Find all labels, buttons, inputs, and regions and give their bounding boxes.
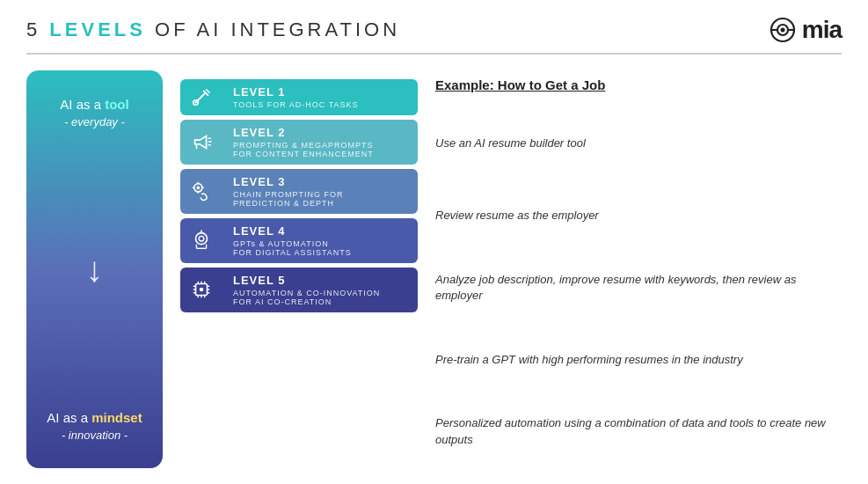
levels-panel: LEVEL 1 TOOLS FOR AD-HOC TASKS LEVEL 2 P… [180,70,418,468]
level-2-icon-box [180,120,222,165]
title-highlight: LEVELS [49,18,146,40]
ai-mindset-highlight: mindset [91,410,142,425]
level-3-row: LEVEL 3 CHAIN PROMPTING FORPREDICTION & … [180,169,418,214]
example-item-4-text: Pre-train a GPT with high performing res… [435,352,743,368]
chain-prompting-icon [190,180,213,202]
example-heading: Example: How to Get a Job [435,70,842,92]
level-2-subtitle: PROMPTING & MEGAPROMPTSFOR CONTENT ENHAN… [233,141,409,158]
example-item-2-text: Review resume as the employer [435,208,599,224]
level-1-title: LEVEL 1 [233,85,409,99]
level-1-row: LEVEL 1 TOOLS FOR AD-HOC TASKS [180,79,418,115]
level-2-row: LEVEL 2 PROMPTING & MEGAPROMPTSFOR CONTE… [180,120,418,165]
level-2-title: LEVEL 2 [233,126,409,139]
arrow-down-icon: ↓ [86,252,104,287]
main-content: AI as a tool - everyday - ↓ AI as a mind… [0,55,868,477]
example-item-1: Use an AI resume builder tool [435,108,842,180]
logo: mia [769,16,842,44]
svg-point-22 [199,236,204,241]
level-3-title: LEVEL 3 [233,175,409,188]
level-5-icon-box [180,268,222,312]
logo-text: mia [802,16,842,44]
level-4-title: LEVEL 4 [233,224,409,238]
level-5-title: LEVEL 5 [233,274,409,287]
page-title: 5 LEVELS OF AI INTEGRATION [26,18,400,41]
level-3-subtitle: CHAIN PROMPTING FORPREDICTION & DEPTH [233,190,409,208]
example-item-5-text: Personalized automation using a combinat… [435,415,842,447]
ai-mindset-label: AI as a mindset [47,410,142,425]
example-items: Use an AI resume builder tool Review res… [435,108,842,468]
level-4-content: LEVEL 4 GPTs & AUTOMATIONFOR DIGITAL ASS… [222,218,418,263]
svg-line-8 [207,90,210,93]
ai-tool-highlight: tool [105,97,129,112]
gpt-automation-icon [190,229,213,252]
level-4-subtitle: GPTs & AUTOMATIONFOR DIGITAL ASSISTANTS [233,239,409,257]
example-item-4: Pre-train a GPT with high performing res… [435,324,842,396]
logo-icon [769,16,797,44]
level-5-row: LEVEL 5 AUTOMATION & CO-INNOVATIONFOR AI… [180,268,418,312]
svg-line-9 [201,92,206,98]
level-1-icon-box [180,79,222,115]
left-bottom: AI as a mindset - innovation - [47,410,142,442]
level-5-content: LEVEL 5 AUTOMATION & CO-INNOVATIONFOR AI… [222,268,418,312]
level-4-icon-box [180,218,222,263]
left-panel: AI as a tool - everyday - ↓ AI as a mind… [26,70,163,468]
ai-mindset-sublabel: - innovation - [47,429,142,442]
level-2-content: LEVEL 2 PROMPTING & MEGAPROMPTSFOR CONTE… [222,120,418,165]
svg-point-2 [780,28,784,33]
example-item-1-text: Use an AI resume builder tool [435,136,586,151]
title-suffix: OF AI INTEGRATION [146,18,400,40]
ai-tool-prefix: AI as a [60,97,105,112]
level-3-content: LEVEL 3 CHAIN PROMPTING FORPREDICTION & … [222,169,418,214]
title-prefix: 5 [26,18,49,40]
example-item-5: Personalized automation using a combinat… [435,396,842,468]
ai-tool-label: AI as a tool [60,97,128,112]
right-panel: Example: How to Get a Job Use an AI resu… [435,70,842,468]
level-5-subtitle: AUTOMATION & CO-INNOVATIONFOR AI CO-CREA… [233,289,409,306]
svg-point-24 [201,230,202,231]
example-item-3-text: Analyze job description, improve resume … [435,272,842,304]
megaprompt-icon [190,130,213,153]
level-1-subtitle: TOOLS FOR AD-HOC TASKS [233,100,409,109]
header: 5 LEVELS OF AI INTEGRATION mia [0,0,868,53]
level-4-row: LEVEL 4 GPTs & AUTOMATIONFOR DIGITAL ASS… [180,218,418,263]
example-item-2: Review resume as the employer [435,180,842,252]
tools-icon [190,85,213,108]
automation-coinnovation-icon [190,278,213,301]
level-3-icon-box [180,169,222,214]
svg-point-21 [196,233,208,245]
ai-mindset-prefix: AI as a [47,410,91,425]
svg-point-41 [200,288,204,292]
ai-tool-sublabel: - everyday - [60,115,128,128]
level-1-content: LEVEL 1 TOOLS FOR AD-HOC TASKS [222,79,418,115]
left-top: AI as a tool - everyday - [60,97,128,128]
example-item-3: Analyze job description, improve resume … [435,252,842,324]
svg-point-16 [196,186,200,189]
